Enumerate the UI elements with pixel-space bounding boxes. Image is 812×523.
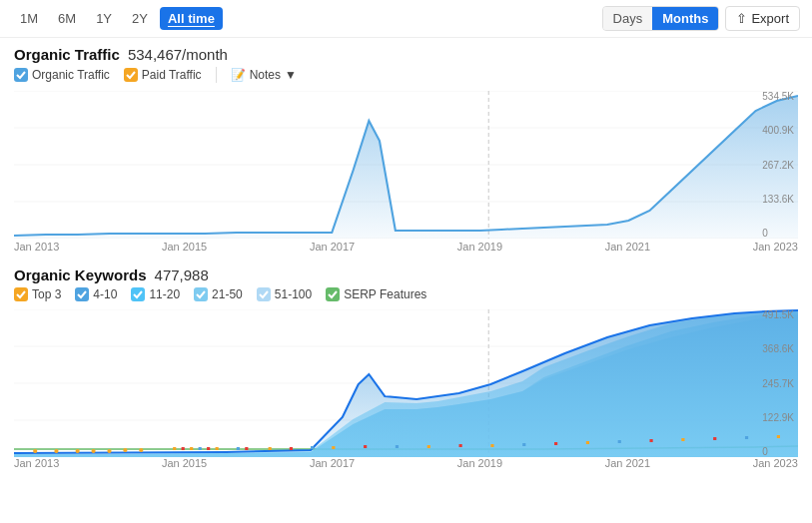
serp-check [326,287,340,301]
svg-rect-42 [713,437,716,440]
svg-rect-33 [427,445,430,448]
organic-traffic-chart: 534.5K 400.9K 267.2K 133.6K 0 [14,91,798,239]
notes-icon: 📝 [231,68,246,82]
svg-rect-37 [554,442,557,445]
organic-keywords-legend: Top 3 4-10 11-20 21-50 51-100 [14,287,798,301]
svg-rect-23 [207,447,210,450]
51-100-check [257,287,271,301]
legend-11-20[interactable]: 11-20 [131,287,180,301]
organic-traffic-title-row: Organic Traffic 534,467/month [14,46,798,63]
export-icon: ⇧ [736,11,747,26]
svg-rect-30 [332,446,335,449]
kw-x-label-3: Jan 2019 [457,457,502,469]
x-label-3: Jan 2019 [457,241,502,253]
organic-check [14,68,28,82]
organic-traffic-chart-wrapper: 534.5K 400.9K 267.2K 133.6K 0 [14,91,798,239]
filter-1m[interactable]: 1M [12,7,46,30]
organic-traffic-x-labels: Jan 2013 Jan 2015 Jan 2017 Jan 2019 Jan … [0,241,812,253]
organic-label: Organic Traffic [32,68,110,82]
svg-rect-22 [199,447,202,450]
organic-keywords-title: Organic Keywords [14,266,147,283]
top3-check [14,287,28,301]
time-filters: 1M 6M 1Y 2Y All time [12,7,223,30]
organic-traffic-title: Organic Traffic [14,46,120,63]
svg-rect-34 [459,444,462,447]
legend-4-10[interactable]: 4-10 [75,287,117,301]
paid-label: Paid Traffic [142,68,202,82]
organic-keywords-value: 477,988 [155,266,209,283]
organic-keywords-chart: 491.5K 368.6K 245.7K 122.9K 0 [14,309,798,457]
organic-traffic-section: Organic Traffic 534,467/month Organic Tr… [0,38,812,91]
svg-rect-28 [290,447,293,450]
months-button[interactable]: Months [652,7,718,30]
legend-serp[interactable]: SERP Features [326,287,426,301]
notes-label: Notes [250,68,281,82]
x-label-2: Jan 2017 [310,241,355,253]
svg-rect-25 [237,447,240,450]
svg-rect-27 [269,447,272,450]
legend-21-50[interactable]: 21-50 [194,287,243,301]
kw-x-label-0: Jan 2013 [14,457,59,469]
organic-keywords-svg [14,309,798,457]
svg-rect-41 [681,438,684,441]
svg-rect-35 [490,444,493,447]
svg-point-17 [123,448,127,452]
svg-point-16 [107,449,111,453]
filter-2y[interactable]: 2Y [124,7,156,30]
legend-organic[interactable]: Organic Traffic [14,68,110,82]
11-20-label: 11-20 [149,287,180,301]
svg-rect-32 [396,445,399,448]
legend-top3[interactable]: Top 3 [14,287,61,301]
kw-x-label-5: Jan 2023 [753,457,798,469]
days-button[interactable]: Days [603,7,653,30]
organic-keywords-title-row: Organic Keywords 477,988 [14,266,798,283]
x-label-4: Jan 2021 [605,241,650,253]
x-label-0: Jan 2013 [14,241,59,253]
organic-keywords-section: Organic Keywords 477,988 Top 3 4-10 11-2… [0,259,812,309]
51-100-label: 51-100 [275,287,312,301]
svg-rect-36 [522,443,525,446]
organic-traffic-value: 534,467/month [128,46,228,63]
filter-1y[interactable]: 1Y [88,7,120,30]
kw-x-label-1: Jan 2015 [162,457,207,469]
organic-keywords-chart-wrapper: 491.5K 368.6K 245.7K 122.9K 0 [14,309,798,457]
svg-rect-19 [173,447,176,450]
organic-traffic-legend: Organic Traffic Paid Traffic 📝 Notes ▼ [14,67,798,83]
svg-rect-26 [245,447,248,450]
top-nav: 1M 6M 1Y 2Y All time Days Months ⇧ Expor… [0,0,812,38]
svg-rect-44 [777,435,780,438]
organic-keywords-x-labels: Jan 2013 Jan 2015 Jan 2017 Jan 2019 Jan … [0,457,812,469]
legend-51-100[interactable]: 51-100 [257,287,312,301]
export-button[interactable]: ⇧ Export [725,6,800,31]
legend-paid[interactable]: Paid Traffic [124,68,202,82]
filter-alltime[interactable]: All time [160,7,223,30]
days-months-toggle: Days Months [602,6,720,31]
filter-6m[interactable]: 6M [50,7,84,30]
organic-traffic-svg [14,91,798,239]
svg-point-15 [91,449,95,453]
right-controls: Days Months ⇧ Export [602,6,800,31]
svg-rect-43 [745,436,748,439]
11-20-check [131,287,145,301]
4-10-label: 4-10 [93,287,117,301]
kw-x-label-2: Jan 2017 [310,457,355,469]
serp-label: SERP Features [344,287,426,301]
svg-rect-29 [311,446,314,449]
21-50-label: 21-50 [212,287,243,301]
notes-button[interactable]: 📝 Notes ▼ [231,68,297,82]
svg-point-14 [76,449,80,453]
kw-x-label-4: Jan 2021 [605,457,650,469]
svg-rect-38 [586,441,589,444]
svg-point-18 [139,448,143,452]
svg-rect-21 [190,447,193,450]
paid-check [124,68,138,82]
x-label-1: Jan 2015 [162,241,207,253]
svg-rect-20 [182,447,185,450]
21-50-check [194,287,208,301]
top3-label: Top 3 [32,287,61,301]
svg-point-12 [33,449,37,453]
export-label: Export [751,11,789,26]
4-10-check [75,287,89,301]
svg-rect-40 [649,439,652,442]
x-label-5: Jan 2023 [753,241,798,253]
